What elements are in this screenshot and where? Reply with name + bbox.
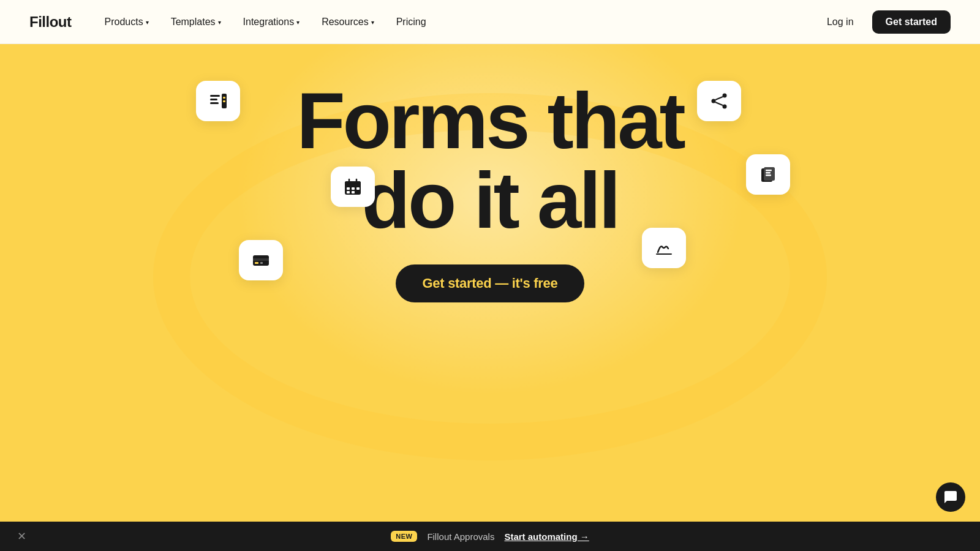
svg-rect-18 [356,187,360,190]
nav-item-templates[interactable]: Templates ▾ [162,12,230,32]
navbar: Fillout Products ▾ Templates ▾ Integrati… [0,0,980,44]
card-list-icon [196,81,240,121]
svg-rect-1 [210,99,217,100]
notification-bar: ✕ NEW Fillout Approvals Start automating… [0,522,980,551]
get-started-nav-button[interactable]: Get started [872,10,951,34]
chevron-down-icon: ▾ [296,19,300,26]
nav-links: Products ▾ Templates ▾ Integrations ▾ Re… [96,12,434,32]
hero-title: Forms that do it all [296,81,684,240]
nav-item-integrations[interactable]: Integrations ▾ [235,12,309,32]
svg-rect-28 [255,262,258,264]
svg-rect-20 [352,191,355,193]
svg-rect-0 [210,95,220,97]
svg-rect-16 [347,187,350,190]
svg-rect-17 [352,187,355,190]
svg-rect-23 [766,170,772,171]
svg-line-9 [715,97,723,100]
share-icon [697,81,741,121]
svg-point-7 [723,94,727,98]
nav-item-pricing[interactable]: Pricing [388,12,435,32]
svg-rect-4 [223,97,225,99]
pages-icon [746,154,790,195]
svg-rect-19 [347,191,350,193]
navbar-left: Fillout Products ▾ Templates ▾ Integrati… [29,12,435,32]
svg-point-6 [712,99,716,103]
svg-rect-5 [223,100,225,102]
nav-label-products: Products [104,17,143,28]
new-badge: NEW [391,531,417,542]
svg-rect-27 [253,258,269,261]
chevron-down-icon: ▾ [146,19,149,26]
svg-rect-29 [260,262,263,264]
payment-icon [239,240,283,280]
nav-label-resources: Resources [322,17,368,28]
hero-title-line1: Forms that [296,81,684,160]
nav-label-integrations: Integrations [243,17,295,28]
chevron-down-icon: ▾ [218,19,221,26]
close-button[interactable]: ✕ [17,531,26,542]
chat-button[interactable] [936,482,965,512]
calendar-icon [331,167,375,207]
nav-item-resources[interactable]: Resources ▾ [313,12,382,32]
nav-label-pricing: Pricing [396,17,426,28]
nav-label-templates: Templates [171,17,216,28]
nav-item-products[interactable]: Products ▾ [96,12,157,32]
signature-icon [642,228,686,268]
svg-rect-22 [764,167,775,181]
svg-rect-13 [345,184,360,186]
svg-rect-2 [210,102,219,104]
hero-section: Forms that do it all Get started — it's … [0,44,980,522]
logo[interactable]: Fillout [29,13,71,31]
hero-cta-button[interactable]: Get started — it's free [396,264,585,302]
login-button[interactable]: Log in [818,12,862,32]
svg-line-10 [715,102,723,105]
notification-text: Fillout Approvals [427,531,494,542]
navbar-right: Log in Get started [818,10,951,34]
notification-link[interactable]: Start automating → [504,531,589,542]
svg-point-8 [723,105,727,109]
svg-rect-24 [766,172,771,174]
svg-rect-25 [766,174,771,176]
chevron-down-icon: ▾ [371,19,374,26]
